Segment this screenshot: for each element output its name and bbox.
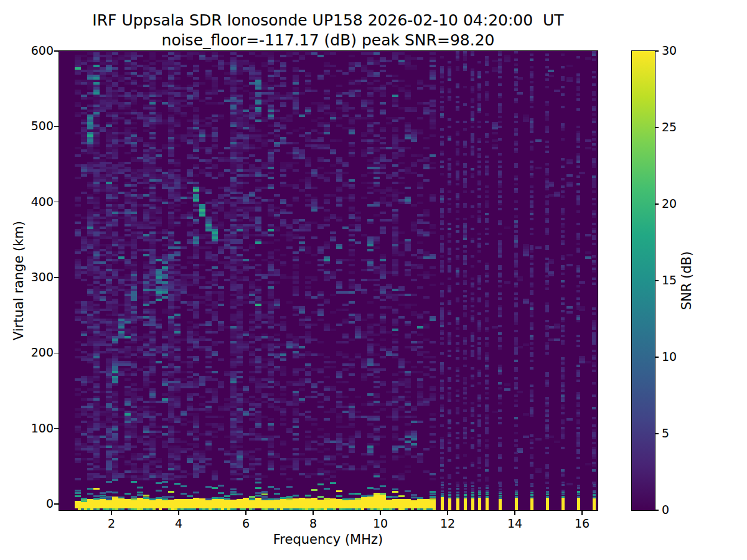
x-tick-mark	[245, 511, 247, 515]
y-tick-mark	[54, 126, 59, 128]
x-tick-label: 8	[309, 516, 317, 530]
x-tick-label: 4	[175, 516, 182, 530]
colorbar-tick-label: 20	[662, 197, 677, 210]
x-tick-mark	[581, 511, 583, 515]
plot-area	[59, 50, 598, 511]
colorbar-tick-label: 30	[662, 44, 677, 57]
colorbar-tick-label: 0	[662, 503, 669, 516]
chart-title: IRF Uppsala SDR Ionosonde UP158 2026-02-…	[92, 11, 563, 29]
colorbar-tick-label: 15	[662, 273, 677, 287]
y-tick-label: 400	[0, 195, 54, 208]
x-tick-mark	[312, 511, 314, 515]
colorbar-tick-label: 5	[662, 426, 669, 440]
y-tick-mark	[54, 503, 59, 505]
y-tick-mark	[54, 353, 59, 354]
y-tick-label: 200	[0, 345, 54, 359]
x-tick-label: 12	[440, 516, 455, 530]
colorbar-tick-mark	[655, 357, 659, 358]
y-tick-label: 600	[0, 44, 54, 57]
y-tick-mark	[54, 202, 59, 203]
colorbar-tick-label: 25	[662, 120, 677, 134]
x-tick-label: 16	[575, 516, 590, 530]
x-tick-label: 6	[242, 516, 250, 530]
y-tick-label: 100	[0, 421, 54, 435]
x-tick-label: 2	[108, 516, 115, 530]
y-tick-mark	[54, 428, 59, 429]
x-tick-label: 14	[507, 516, 522, 530]
y-tick-label: 300	[0, 270, 54, 284]
x-axis-label: Frequency (MHz)	[273, 532, 383, 547]
x-tick-label: 10	[373, 516, 388, 530]
colorbar-label: SNR (dB)	[679, 251, 694, 310]
colorbar-tick-mark	[655, 50, 659, 52]
colorbar-tick-label: 10	[662, 350, 677, 363]
colorbar-tick-mark	[655, 433, 659, 434]
x-tick-mark	[380, 511, 381, 515]
colorbar-tick-mark	[655, 127, 659, 128]
colorbar	[631, 50, 655, 511]
x-tick-mark	[178, 511, 179, 515]
ionogram-figure: IRF Uppsala SDR Ionosonde UP158 2026-02-…	[0, 0, 747, 560]
x-tick-mark	[111, 511, 112, 515]
colorbar-tick-mark	[655, 510, 659, 511]
y-tick-mark	[54, 277, 59, 278]
colorbar-tick-mark	[655, 280, 659, 281]
y-tick-label: 0	[0, 497, 54, 510]
y-tick-label: 500	[0, 119, 54, 133]
x-tick-mark	[447, 511, 448, 515]
x-tick-mark	[514, 511, 515, 515]
chart-subtitle: noise_floor=-117.17 (dB) peak SNR=98.20	[162, 31, 495, 49]
colorbar-tick-mark	[655, 203, 659, 205]
y-tick-mark	[54, 50, 59, 52]
ionogram-heatmap	[59, 51, 598, 510]
